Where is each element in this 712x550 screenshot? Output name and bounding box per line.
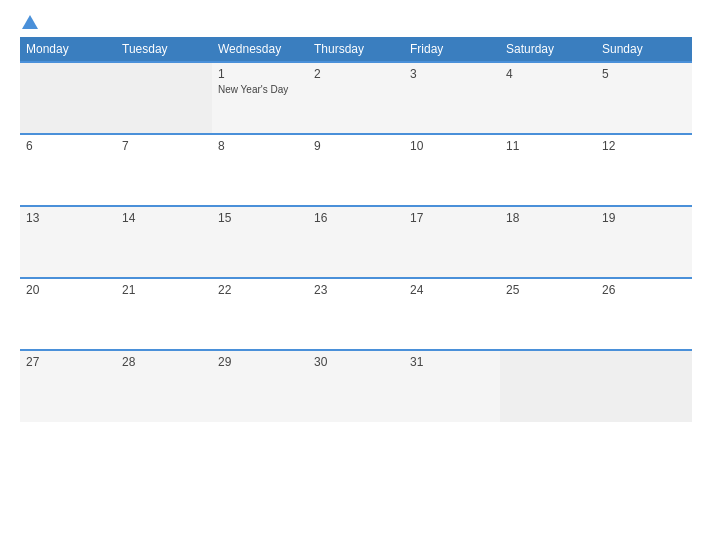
day-number: 20 (26, 283, 110, 297)
day-header-saturday: Saturday (500, 37, 596, 62)
day-header-friday: Friday (404, 37, 500, 62)
calendar-cell: 21 (116, 278, 212, 350)
day-number: 9 (314, 139, 398, 153)
calendar-cell: 28 (116, 350, 212, 422)
calendar-week-row: 2728293031 (20, 350, 692, 422)
day-number: 7 (122, 139, 206, 153)
day-header-tuesday: Tuesday (116, 37, 212, 62)
calendar-body: 1New Year's Day2345678910111213141516171… (20, 62, 692, 422)
logo (20, 15, 39, 29)
calendar-cell: 15 (212, 206, 308, 278)
day-number: 26 (602, 283, 686, 297)
day-number: 30 (314, 355, 398, 369)
day-header-thursday: Thursday (308, 37, 404, 62)
calendar-cell (596, 350, 692, 422)
logo-triangle-icon (22, 15, 38, 29)
calendar-cell: 12 (596, 134, 692, 206)
calendar-cell (500, 350, 596, 422)
day-number: 2 (314, 67, 398, 81)
calendar-cell: 19 (596, 206, 692, 278)
header (20, 15, 692, 29)
calendar-week-row: 6789101112 (20, 134, 692, 206)
day-number: 27 (26, 355, 110, 369)
day-number: 25 (506, 283, 590, 297)
calendar-cell: 27 (20, 350, 116, 422)
calendar-cell: 26 (596, 278, 692, 350)
calendar-cell: 5 (596, 62, 692, 134)
calendar-cell: 14 (116, 206, 212, 278)
day-header-wednesday: Wednesday (212, 37, 308, 62)
day-number: 3 (410, 67, 494, 81)
day-header-sunday: Sunday (596, 37, 692, 62)
calendar-cell: 10 (404, 134, 500, 206)
day-number: 28 (122, 355, 206, 369)
calendar-cell: 1New Year's Day (212, 62, 308, 134)
calendar-cell: 6 (20, 134, 116, 206)
holiday-name: New Year's Day (218, 83, 302, 96)
calendar-cell: 3 (404, 62, 500, 134)
day-number: 13 (26, 211, 110, 225)
calendar-cell: 25 (500, 278, 596, 350)
calendar-cell: 4 (500, 62, 596, 134)
calendar-cell: 13 (20, 206, 116, 278)
calendar-cell: 18 (500, 206, 596, 278)
day-number: 16 (314, 211, 398, 225)
calendar-cell: 7 (116, 134, 212, 206)
calendar-cell: 17 (404, 206, 500, 278)
calendar-cell (116, 62, 212, 134)
calendar-cell: 11 (500, 134, 596, 206)
calendar-table: MondayTuesdayWednesdayThursdayFridaySatu… (20, 37, 692, 422)
calendar-cell: 9 (308, 134, 404, 206)
day-number: 23 (314, 283, 398, 297)
day-number: 4 (506, 67, 590, 81)
day-number: 22 (218, 283, 302, 297)
day-number: 12 (602, 139, 686, 153)
calendar-cell: 2 (308, 62, 404, 134)
day-number: 5 (602, 67, 686, 81)
calendar-cell: 8 (212, 134, 308, 206)
calendar-cell: 23 (308, 278, 404, 350)
calendar-cell (20, 62, 116, 134)
day-header-monday: Monday (20, 37, 116, 62)
calendar-cell: 20 (20, 278, 116, 350)
day-number: 1 (218, 67, 302, 81)
day-number: 18 (506, 211, 590, 225)
calendar-week-row: 1New Year's Day2345 (20, 62, 692, 134)
day-number: 10 (410, 139, 494, 153)
day-number: 21 (122, 283, 206, 297)
calendar-cell: 16 (308, 206, 404, 278)
calendar-page: MondayTuesdayWednesdayThursdayFridaySatu… (0, 0, 712, 550)
calendar-cell: 31 (404, 350, 500, 422)
calendar-week-row: 20212223242526 (20, 278, 692, 350)
day-number: 11 (506, 139, 590, 153)
day-number: 14 (122, 211, 206, 225)
day-number: 24 (410, 283, 494, 297)
day-number: 29 (218, 355, 302, 369)
day-number: 19 (602, 211, 686, 225)
calendar-cell: 29 (212, 350, 308, 422)
day-number: 17 (410, 211, 494, 225)
calendar-cell: 24 (404, 278, 500, 350)
day-number: 8 (218, 139, 302, 153)
day-number: 31 (410, 355, 494, 369)
calendar-header: MondayTuesdayWednesdayThursdayFridaySatu… (20, 37, 692, 62)
calendar-cell: 30 (308, 350, 404, 422)
day-number: 15 (218, 211, 302, 225)
calendar-cell: 22 (212, 278, 308, 350)
calendar-week-row: 13141516171819 (20, 206, 692, 278)
day-header-row: MondayTuesdayWednesdayThursdayFridaySatu… (20, 37, 692, 62)
day-number: 6 (26, 139, 110, 153)
